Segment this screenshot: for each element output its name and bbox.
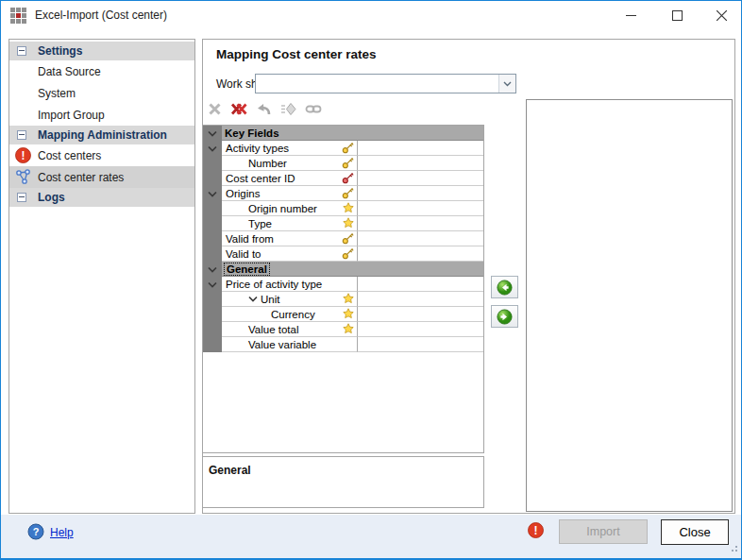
collapse-icon[interactable] [17,193,26,202]
field-value-cell[interactable] [358,307,483,322]
collapse-icon[interactable] [17,46,26,56]
row-gutter [203,246,222,262]
row-gutter[interactable] [203,277,222,292]
close-button[interactable]: Close [661,519,729,545]
field-value-cell[interactable] [358,141,483,156]
svg-text:?: ? [33,526,40,537]
sidebar-item-data-source[interactable]: Data Source [9,60,194,82]
field-value-cell[interactable] [358,292,483,307]
field-name-cell[interactable]: Type [222,216,358,231]
key-gold-icon [342,157,354,169]
key-red-icon [342,172,354,184]
sidebar-group-logs[interactable]: Logs [9,188,194,207]
field-value-cell[interactable] [358,231,483,246]
key-gold-icon [342,232,354,246]
delete-button[interactable] [206,100,224,118]
excel-import-dialog: Excel-Import (Cost center) SettingsData … [0,0,742,560]
error-icon: ! [15,147,31,163]
field-label: Cost center ID [226,173,295,184]
field-name-cell[interactable]: Number [222,156,358,171]
field-value-cell[interactable] [358,246,483,262]
field-value-cell[interactable] [358,337,483,352]
star-icon [343,202,354,215]
delete-all-button[interactable] [230,100,248,118]
row-gutter[interactable] [203,141,222,156]
resize-grip[interactable] [729,539,738,556]
field-value-cell[interactable] [358,216,483,231]
section-header[interactable]: Key Fields [222,126,483,141]
field-name-cell[interactable]: Unit [222,292,358,307]
field-label: Valid from [226,233,274,245]
link-icon [305,103,322,115]
error-icon: ! [15,147,31,163]
field-value-cell[interactable] [358,322,483,337]
field-name-cell[interactable]: Price of activity type [222,277,358,292]
field-value-cell[interactable] [358,201,483,216]
row-gutter[interactable] [203,186,222,201]
star-icon [343,202,354,213]
app-icon [10,8,26,24]
star-icon [343,323,354,334]
import-button[interactable]: Import [559,519,648,544]
maximize-button[interactable] [658,1,696,29]
undo-button[interactable] [255,100,273,118]
mapping-grid: Key FieldsActivity typesNumberCost cente… [203,125,484,453]
field-value-cell[interactable] [358,171,483,186]
worksheet-columns-panel [526,99,733,512]
row-gutter[interactable] [203,262,222,277]
grid-field-row-activity-types: Activity types [203,141,483,156]
key-gold-icon [342,232,354,245]
grid-field-row-unit: Unit [203,292,483,307]
field-name-cell[interactable]: Valid from [222,231,358,246]
key-gold-icon [342,187,354,199]
row-gutter [203,216,222,231]
chevron-down-icon [208,191,217,197]
field-name-cell[interactable]: Origins [222,186,358,201]
grid-field-row-valid-from: Valid from [203,231,483,246]
close-window-button[interactable] [702,1,740,29]
link-button[interactable] [304,100,322,118]
field-name-cell[interactable]: Value variable [222,337,358,352]
sidebar-item-label: Cost centers [38,149,101,162]
grid-field-row-cost-center-id: Cost center ID [203,171,483,186]
field-value-cell[interactable] [358,156,483,171]
minimize-button[interactable] [612,1,649,29]
help-icon: ? [27,523,44,544]
field-name-cell[interactable]: Activity types [222,141,358,156]
field-name-cell[interactable]: Currency [222,307,358,322]
row-gutter[interactable] [203,126,222,141]
grid-field-row-price-of-activity-type: Price of activity type [203,277,483,292]
sidebar-item-cost-center-rates[interactable]: Cost center rates [9,166,194,188]
field-label: Type [248,218,272,229]
field-name-cell[interactable]: Cost center ID [222,171,358,186]
sidebar-item-import-group[interactable]: Import Group [9,104,194,126]
section-label: Key Fields [225,127,279,139]
field-label: Price of activity type [226,279,322,290]
chevron-down-icon [248,296,258,302]
automap-button[interactable] [279,100,297,118]
field-value-cell[interactable] [358,277,483,292]
undo-icon [256,102,272,116]
field-name-cell[interactable]: Valid to [222,246,358,262]
sidebar-item-label: System [38,87,76,100]
sidebar-item-system[interactable]: System [9,82,194,104]
worksheet-select[interactable] [255,74,516,93]
key-gold-icon [342,247,354,262]
assign-left-button[interactable] [491,276,518,298]
field-name-cell[interactable]: Origin number [222,201,358,216]
key-gold-icon [342,157,354,171]
sidebar-group-mapping-administration[interactable]: Mapping Administration [9,126,194,144]
field-value-cell[interactable] [358,186,483,201]
help-link[interactable]: Help [50,526,74,539]
sidebar-item-cost-centers[interactable]: !Cost centers [9,144,194,166]
chevron-down-icon[interactable] [498,75,515,93]
row-gutter [203,322,222,337]
collapse-icon[interactable] [17,130,26,140]
assign-right-button[interactable] [491,305,518,328]
chevron-down-icon[interactable] [248,296,258,302]
star-icon [343,293,354,304]
field-name-cell[interactable]: Value total [222,322,358,337]
star-icon [343,217,354,230]
sidebar-group-settings[interactable]: Settings [9,42,194,60]
section-header[interactable]: General [222,262,483,277]
